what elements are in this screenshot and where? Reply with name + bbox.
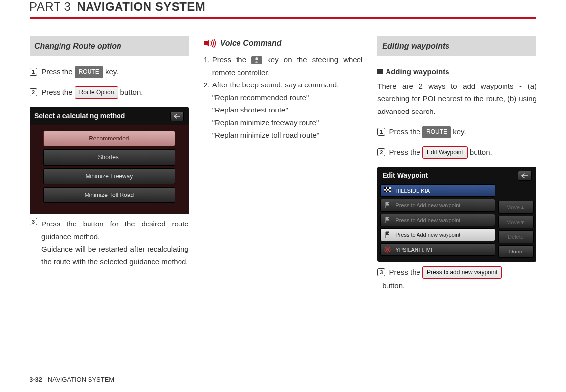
- step-number-2: 2: [30, 88, 37, 96]
- wp-step2-a: Press the: [389, 148, 423, 156]
- wp-step-3: 3 Press the Press to add new waypoint bu…: [377, 266, 536, 292]
- column-changing-route: Changing Route option 1 Press the ROUTE …: [30, 36, 189, 292]
- wp-step3-a: Press the: [389, 268, 423, 276]
- step2-text-a: Press the: [41, 88, 75, 96]
- calc-option-min-toll[interactable]: Minimize Toll Road: [43, 187, 175, 203]
- waypoint-row-label: Press to Add new waypoint: [392, 216, 460, 225]
- section-head-editing-waypoints: Editing waypoints: [377, 36, 536, 56]
- calc-option-shortest[interactable]: Shortest: [43, 149, 175, 165]
- wp-step1-a: Press the: [389, 127, 423, 136]
- screenshot-edit-waypoint: Edit Waypoint HILLSIDE KIA: [377, 167, 536, 262]
- voice-icon: [204, 39, 217, 48]
- step-1: 1 Press the ROUTE key.: [30, 65, 189, 78]
- waypoint-row-add-3[interactable]: Press to Add new waypoint: [380, 228, 495, 241]
- wp-step-number-3: 3: [377, 268, 385, 276]
- voice-cmd-1: "Replan recommended route": [212, 91, 363, 104]
- waypoint-list: HILLSIDE KIA Press to Add new waypoint P…: [380, 184, 495, 258]
- wp-step-number-2: 2: [377, 148, 385, 156]
- back-icon[interactable]: [170, 112, 184, 121]
- screenshot-calc-title: Select a calculating method: [34, 111, 125, 122]
- step-2: 2 Press the Route Option button.: [30, 86, 189, 99]
- wp-step-number-1: 1: [377, 128, 385, 136]
- svg-rect-6: [387, 190, 389, 192]
- voice-step-2: 2. After the beep sound, say a command.: [204, 79, 363, 91]
- voice-step2-text: After the beep sound, say a command.: [212, 81, 339, 89]
- svg-point-9: [387, 249, 388, 250]
- page-header: PART 3 NAVIGATION SYSTEM: [30, 0, 536, 14]
- waypoint-row-add-2[interactable]: Press to Add new waypoint: [380, 214, 495, 226]
- calc-option-min-freeway[interactable]: Minimize Freeway: [43, 168, 175, 184]
- waypoint-row-dest[interactable]: HILLSIDE KIA: [380, 184, 495, 197]
- voice-command-head: Voice Command: [204, 36, 363, 50]
- checkered-flag-icon: [383, 186, 392, 195]
- waypoint-side-buttons: Move▲ Move▼ Delete Done: [498, 184, 534, 258]
- footer-page-number: 3-32: [30, 376, 42, 383]
- step3-line1: Press the button for the desired route g…: [41, 220, 189, 241]
- step-number-3: 3: [30, 218, 37, 225]
- voice-cmd-4: "Replan minimize toll road route": [212, 129, 363, 141]
- square-bullet-icon: [377, 69, 383, 74]
- voice-step1-a: Press the: [212, 56, 252, 64]
- flag-icon: [383, 230, 392, 239]
- voice-step1-num: 1.: [204, 54, 212, 79]
- svg-rect-4: [389, 189, 391, 190]
- wp-step2-b: button.: [470, 148, 492, 156]
- section-head-changing-route: Changing Route option: [30, 36, 189, 56]
- step-3: 3 Press the button for the desired route…: [30, 218, 189, 268]
- voice-step-1: 1. Press the key on the steering wheel r…: [204, 54, 363, 79]
- voice-command-title: Voice Command: [220, 36, 282, 50]
- screenshot-edit-body: HILLSIDE KIA Press to Add new waypoint P…: [377, 184, 536, 262]
- wp-step3-b: button.: [382, 281, 405, 290]
- waypoint-row-label: Press to Add new waypoint: [392, 201, 460, 210]
- side-spacer: [498, 184, 534, 197]
- step1-text-b: key.: [105, 67, 118, 76]
- flag-icon: [383, 201, 392, 210]
- voice-step2-num: 2.: [204, 79, 212, 91]
- sub-adding-waypoints: Adding waypoints: [377, 65, 536, 78]
- wp-step-1: 1 Press the ROUTE key.: [377, 125, 536, 138]
- mic-key-icon: [251, 56, 262, 64]
- sub-adding-waypoints-label: Adding waypoints: [386, 65, 449, 78]
- adding-waypoints-intro: There are 2 ways to add waypoints - (a) …: [377, 80, 536, 118]
- waypoint-row-add-1[interactable]: Press to Add new waypoint: [380, 199, 495, 212]
- screenshot-calc-method: Select a calculating method Recommended …: [30, 107, 189, 214]
- svg-rect-5: [384, 190, 386, 192]
- page-footer: 3-32 NAVIGATION SYSTEM: [30, 376, 114, 383]
- route-option-button: Route Option: [75, 86, 119, 99]
- move-down-button[interactable]: Move▼: [498, 216, 534, 228]
- column-voice-command: Voice Command 1. Press the key on the st…: [204, 36, 363, 292]
- waypoint-row-label: YPSILANTI, MI: [392, 245, 432, 254]
- svg-rect-1: [384, 187, 386, 189]
- back-icon-2[interactable]: [518, 171, 532, 181]
- waypoint-row-origin[interactable]: YPSILANTI, MI: [380, 243, 495, 256]
- route-key-2: ROUTE: [422, 126, 451, 138]
- part-label: PART 3: [30, 0, 71, 14]
- header-divider: [30, 17, 536, 19]
- content-columns: Changing Route option 1 Press the ROUTE …: [30, 36, 536, 292]
- delete-button[interactable]: Delete: [498, 230, 534, 243]
- part-title: NAVIGATION SYSTEM: [77, 0, 205, 14]
- footer-label: NAVIGATION SYSTEM: [48, 376, 114, 383]
- screenshot-calc-options: Recommended Shortest Minimize Freeway Mi…: [30, 125, 189, 214]
- edit-waypoint-button: Edit Waypoint: [422, 146, 468, 159]
- wp-step1-b: key.: [453, 127, 466, 136]
- screenshot-edit-title: Edit Waypoint: [382, 170, 428, 182]
- flag-icon: [383, 216, 392, 224]
- step-number-1: 1: [30, 68, 37, 76]
- route-key: ROUTE: [75, 66, 103, 78]
- move-up-button[interactable]: Move▲: [498, 201, 534, 214]
- wp-step-2: 2 Press the Edit Waypoint button.: [377, 146, 536, 159]
- screenshot-calc-head: Select a calculating method: [30, 107, 189, 125]
- svg-rect-2: [387, 187, 389, 189]
- calc-option-recommended[interactable]: Recommended: [43, 131, 175, 146]
- step1-text-a: Press the: [41, 67, 75, 76]
- done-button[interactable]: Done: [498, 245, 534, 258]
- voice-commands-list: "Replan recommended route" "Replan short…: [204, 91, 363, 141]
- svg-rect-3: [386, 189, 388, 190]
- waypoint-row-label: Press to Add new waypoint: [392, 230, 460, 240]
- target-icon: [383, 245, 392, 254]
- step2-text-b: button.: [120, 88, 143, 96]
- step3-line2: Guidance will be restarted after recalcu…: [41, 245, 189, 266]
- screenshot-edit-head: Edit Waypoint: [377, 167, 536, 184]
- voice-cmd-2: "Replan shortest route": [212, 104, 363, 116]
